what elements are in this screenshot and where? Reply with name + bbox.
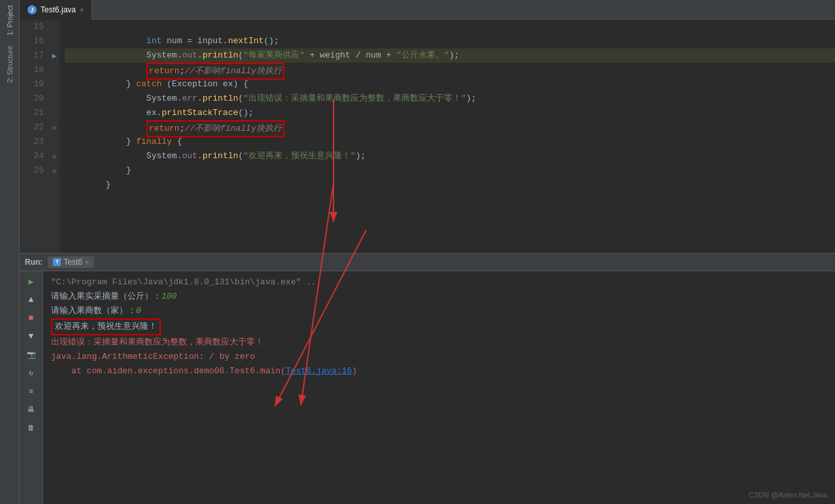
run-tab-label: Test6 xyxy=(63,258,82,267)
line-num-15: 15 xyxy=(20,20,49,34)
line-num-25: 25 xyxy=(20,163,49,178)
left-sidebar: 1: Project 2: Structure xyxy=(0,0,20,504)
stack-trace-link[interactable]: Test6.java:16 xyxy=(286,366,352,376)
console-line-1: 请输入果实采摘量（公斤）：100 xyxy=(51,290,827,304)
console-toolbar: ▶ ▲ ■ ▼ 📷 ↻ ≡ 🖶 🗑 xyxy=(20,271,43,505)
sidebar-tab-structure[interactable]: 2: Structure xyxy=(3,41,16,88)
watermark: CSDN @Aiden.Net.Java xyxy=(749,491,827,499)
scroll-up-button[interactable]: ▲ xyxy=(24,292,39,308)
run-tab-icon: T xyxy=(53,258,61,266)
line-num-16: 16 xyxy=(20,34,49,48)
code-editor: 15 16 17 18 19 20 21 22 23 24 25 ▶ ◇ ◇ ◇ xyxy=(20,20,835,253)
console-line-6: at com.aiden.exceptions.demo06.Test6.mai… xyxy=(51,364,827,378)
console-line-3: 欢迎再来，预祝生意兴隆！ xyxy=(51,318,827,335)
run-tab-test6[interactable]: T Test6 × xyxy=(48,256,94,268)
console-line-2: 请输入果商数（家）：0 xyxy=(51,304,827,318)
line-num-17: 17 xyxy=(20,48,49,63)
gutter-25: ◇ xyxy=(49,163,60,178)
tab-bar: J Test6.java × xyxy=(20,0,835,20)
stop-button[interactable]: ■ xyxy=(24,311,39,326)
java-file-icon: J xyxy=(27,5,37,14)
run-tab-close[interactable]: × xyxy=(85,258,89,266)
line-num-24: 24 xyxy=(20,149,49,163)
main-container: J Test6.java × 15 16 17 18 19 20 21 22 2… xyxy=(20,0,835,504)
console-line-4: 出现错误：采摘量和果商数应为整数，果商数应大于零！ xyxy=(51,335,827,350)
run-button[interactable]: ▶ xyxy=(24,274,39,290)
console-panel: ▶ ▲ ■ ▼ 📷 ↻ ≡ 🖶 🗑 "C:\Program Files\Java… xyxy=(20,271,835,505)
welcome-message-box: 欢迎再来，预祝生意兴隆！ xyxy=(51,318,161,335)
file-tab-test6[interactable]: J Test6.java × xyxy=(20,0,92,20)
line-num-19: 19 xyxy=(20,77,49,92)
gutter-22: ◇ xyxy=(49,120,60,135)
gutter: ▶ ◇ ◇ ◇ xyxy=(49,20,60,253)
gutter-21 xyxy=(49,106,60,120)
gutter-19 xyxy=(49,77,60,92)
tab-label: Test6.java xyxy=(41,5,76,14)
format-button[interactable]: ≡ xyxy=(24,384,39,399)
tab-close-button[interactable]: × xyxy=(80,6,84,14)
gutter-17: ▶ xyxy=(49,48,60,63)
code-content: int num = input.nextInt(); System.out.pr… xyxy=(60,20,835,253)
line-num-23: 23 xyxy=(20,135,49,149)
line-numbers: 15 16 17 18 19 20 21 22 23 24 25 xyxy=(20,20,49,253)
scroll-down-button[interactable]: ▼ xyxy=(24,329,39,344)
console-content: "C:\Program Files\Java\jdk1.8.0_131\bin\… xyxy=(43,271,835,505)
gutter-15 xyxy=(49,20,60,34)
delete-button[interactable]: 🗑 xyxy=(24,420,39,436)
screenshot-button[interactable]: 📷 xyxy=(24,347,39,363)
run-bar: Run: T Test6 × xyxy=(20,253,835,271)
reload-button[interactable]: ↻ xyxy=(24,365,39,381)
gutter-23 xyxy=(49,135,60,149)
gutter-24: ◇ xyxy=(49,149,60,163)
sidebar-tab-project[interactable]: 1: Project xyxy=(3,0,16,41)
console-line-5: java.lang.ArithmeticException: / by zero xyxy=(51,350,827,364)
line-num-18: 18 xyxy=(20,63,49,77)
code-line-25: } xyxy=(65,163,835,178)
gutter-20 xyxy=(49,92,60,106)
line-num-20: 20 xyxy=(20,92,49,106)
console-line-0: "C:\Program Files\Java\jdk1.8.0_131\bin\… xyxy=(51,275,827,290)
gutter-16 xyxy=(49,34,60,48)
print-button[interactable]: 🖶 xyxy=(24,402,39,418)
run-label: Run: xyxy=(25,258,43,267)
gutter-18 xyxy=(49,63,60,77)
line-num-22: 22 xyxy=(20,120,49,135)
code-line-15: int num = input.nextInt(); xyxy=(65,20,835,34)
line-num-21: 21 xyxy=(20,106,49,120)
